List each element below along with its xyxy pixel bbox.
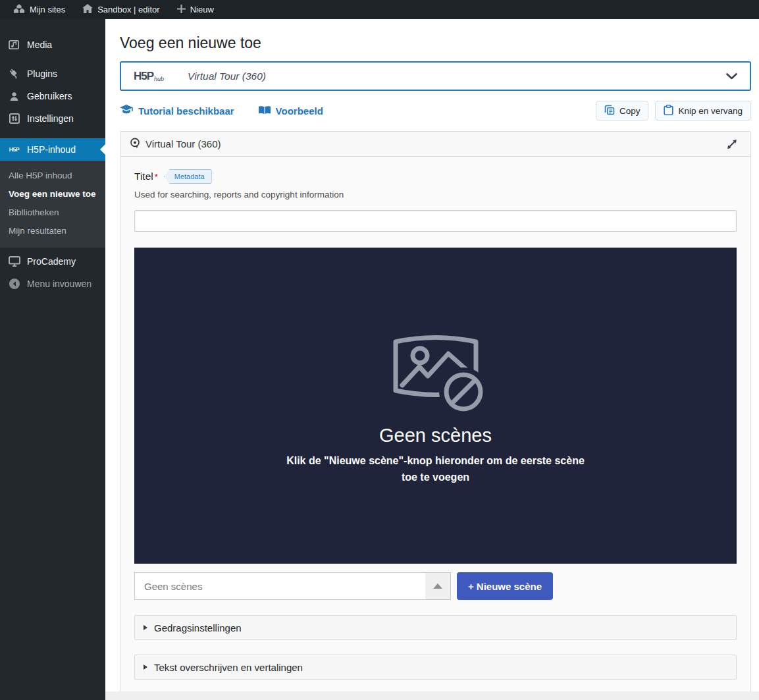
submenu-item-add-new[interactable]: Voeg een nieuwe toe [0,184,105,203]
sidebar-item-settings[interactable]: Instellingen [0,107,105,130]
sidebar: Media Plugins Gebruikers Instellingen H5… [0,19,105,700]
tutorial-link-label: Tutorial beschikbaar [138,105,234,117]
book-icon [259,105,271,117]
copy-icon [604,105,615,117]
active-menu-arrow [95,144,105,155]
title-field-description: Used for searching, reports and copyrigh… [134,190,737,200]
required-asterisk: * [155,172,158,182]
triangle-right-icon [144,664,147,670]
scene-select-value: Geen scènes [135,581,202,592]
sidebar-settings-label: Instellingen [27,113,74,124]
new-scene-button[interactable]: + Nieuwe scène [457,572,553,600]
accordion-behaviour-label: Gedragsinstellingen [154,622,242,633]
editor-panel-header: Virtual Tour (360) [120,132,750,157]
content-area: Voeg een nieuwe toe H5Phub Virtual Tour … [105,19,759,700]
scene-select-collapse-toggle[interactable] [425,573,450,599]
h5p-editor-panel: Virtual Tour (360) Titel * Metadata Used… [120,131,751,692]
admin-bar-site[interactable]: Sandbox | editor [77,0,165,19]
h5p-submenu: Alle H5P inhoud Voeg een nieuwe toe Bibl… [0,161,105,248]
menu-separator [0,56,105,63]
monitor-icon [7,256,21,267]
sidebar-users-label: Gebruikers [27,91,72,101]
admin-bar-site-label: Sandbox | editor [97,5,159,14]
plus-icon [177,5,186,15]
scene-controls-row: Geen scènes + Nieuwe scène [134,572,737,600]
content-footer-strip [105,691,759,700]
graduation-cap-icon [120,105,133,117]
plugins-icon [7,68,21,80]
empty-state-instruction-line1: Klik de "Nieuwe scène"-knop hieronder om… [286,455,585,466]
sidebar-plugins-label: Plugins [27,68,57,79]
admin-bar-my-sites-label: Mijn sites [30,5,65,14]
home-icon [82,4,93,15]
scene-select-dropdown[interactable]: Geen scènes [134,572,451,600]
metadata-button[interactable]: Metadata [164,169,212,184]
scene-preview-empty-state: Geen scènes Klik de "Nieuwe scène"-knop … [134,248,737,564]
page-title: Voeg een nieuwe toe [120,33,751,53]
network-icon [13,4,25,16]
triangle-up-icon [433,583,442,589]
accordion-text-overrides[interactable]: Tekst overschrijven en vertalingen [134,655,737,680]
user-icon [7,92,21,101]
submenu-item-my-results[interactable]: Mijn resultaten [0,221,105,240]
selected-content-type: Virtual Tour (360) [188,70,266,82]
editor-panel-body: Titel * Metadata Used for searching, rep… [120,157,750,691]
screen: Mijn sites Sandbox | editor Nieuw Media [0,0,759,700]
example-link[interactable]: Voorbeeld [259,105,323,117]
settings-icon [7,113,21,124]
submenu-item-all-h5p[interactable]: Alle H5P inhoud [0,166,105,184]
copy-button-label: Copy [619,106,641,116]
submenu-item-libraries[interactable]: Biblliotheken [0,203,105,221]
tutorial-link[interactable]: Tutorial beschikbaar [120,105,234,117]
h5p-icon: H5P [7,146,21,153]
title-field-label-row: Titel * Metadata [134,169,737,184]
sidebar-h5p-label: H5P-inhoud [27,144,76,155]
toolbar-row: Tutorial beschikbaar Voorbeeld Copy [120,100,751,121]
title-input[interactable] [134,210,737,232]
accordion-behaviour-settings[interactable]: Gedragsinstellingen [134,615,737,640]
sidebar-item-collapse-menu[interactable]: Menu invouwen [0,273,105,295]
admin-bar-new-label: Nieuw [190,5,214,14]
example-link-label: Voorbeeld [276,105,323,117]
accordion-text-overrides-label: Tekst overschrijven en vertalingen [154,662,303,673]
sidebar-media-label: Media [27,40,52,50]
admin-bar: Mijn sites Sandbox | editor Nieuw [0,0,759,19]
sidebar-item-media[interactable]: Media [0,34,105,56]
sidebar-item-h5p-content[interactable]: H5P H5P-inhoud [0,138,105,161]
content-type-selector[interactable]: H5Phub Virtual Tour (360) [120,61,751,91]
chevron-down-icon [726,73,737,80]
menu-separator [0,130,105,138]
media-icon [7,40,21,50]
virtual-tour-icon [130,138,140,150]
sidebar-item-procademy[interactable]: ProCademy [0,250,105,273]
empty-state-heading: Geen scènes [379,425,492,446]
no-image-icon [386,326,486,414]
paste-replace-button[interactable]: Knip en vervang [655,101,751,121]
sidebar-collapse-label: Menu invouwen [27,279,92,289]
collapse-arrow-icon [7,278,21,290]
admin-bar-my-sites[interactable]: Mijn sites [8,0,70,19]
empty-state-instruction: Klik de "Nieuwe scène"-knop hieronder om… [286,453,585,486]
sidebar-item-plugins[interactable]: Plugins [0,63,105,85]
sidebar-procademy-label: ProCademy [27,256,76,267]
fullscreen-button[interactable] [723,135,741,153]
triangle-right-icon [144,625,147,630]
sidebar-item-users[interactable]: Gebruikers [0,85,105,107]
paste-replace-button-label: Knip en vervang [678,106,743,116]
empty-state-instruction-line2: toe te voegen [402,471,469,483]
clipboard-icon [664,105,673,117]
editor-panel-title: Virtual Tour (360) [145,138,221,149]
h5p-hub-logo: H5Phub [134,70,164,83]
admin-bar-new[interactable]: Nieuw [172,0,219,19]
copy-button[interactable]: Copy [596,101,649,121]
title-field-label: Titel [134,171,153,182]
clipboard-actions: Copy Knip en vervang [596,101,751,121]
